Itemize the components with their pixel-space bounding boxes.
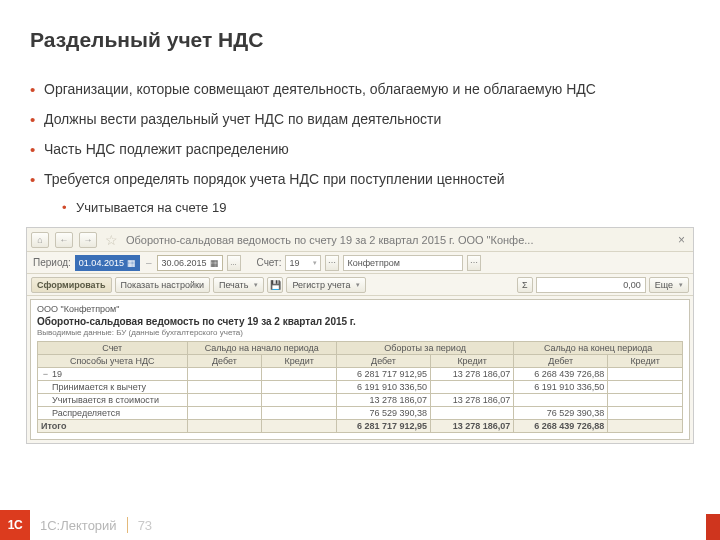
chevron-down-icon[interactable]: ▾ (679, 281, 683, 289)
bullet-item: Организации, которые совмещают деятельно… (30, 80, 690, 99)
cell (262, 381, 337, 394)
cell: 6 268 439 726,88 (514, 420, 608, 433)
cell: 6 268 439 726,88 (514, 368, 608, 381)
cell (262, 368, 337, 381)
org-lookup-button[interactable]: ⋯ (467, 255, 481, 271)
bullet-item: Часть НДС подлежит распределению (30, 140, 690, 159)
more-button[interactable]: Еще▾ (649, 277, 689, 293)
bullet-list: Организации, которые совмещают деятельно… (30, 80, 690, 216)
period-picker-button[interactable]: ... (227, 255, 241, 271)
th-account: Счет (38, 342, 188, 355)
cell: 6 281 717 912,95 (337, 368, 431, 381)
table-total-row: Итого 6 281 717 912,95 13 278 186,07 6 2… (38, 420, 683, 433)
cell: 6 281 717 912,95 (337, 420, 431, 433)
nav-fwd-icon[interactable]: → (79, 232, 97, 248)
table-row: −19 6 281 717 912,95 13 278 186,07 6 268… (38, 368, 683, 381)
bullet-item: Должны вести раздельный учет НДС по вида… (30, 110, 690, 129)
bullet-item: Требуется определять порядок учета НДС п… (30, 170, 690, 216)
th-debit: Дебет (187, 355, 262, 368)
command-toolbar: Сформировать Показать настройки Печать▾ … (27, 274, 693, 296)
cell: 6 191 910 336,50 (514, 381, 608, 394)
th-credit: Кредит (608, 355, 683, 368)
chevron-down-icon[interactable]: ▾ (313, 259, 317, 267)
cell: 76 529 390,38 (337, 407, 431, 420)
cell-label: Распределяется (38, 407, 188, 420)
balance-table: Счет Сальдо на начало периода Обороты за… (37, 341, 683, 433)
cell-label: Принимается к вычету (38, 381, 188, 394)
show-settings-button[interactable]: Показать настройки (115, 277, 210, 293)
cell (262, 407, 337, 420)
cell-label: 19 (52, 369, 62, 379)
date-from-value: 01.04.2015 (79, 258, 124, 268)
cell (262, 420, 337, 433)
period-toolbar: Период: 01.04.2015 ▦ – 30.06.2015 ▦ ... … (27, 252, 693, 274)
logo-1c: 1С (0, 510, 30, 540)
register-label: Регистр учета (292, 280, 350, 290)
cell: 6 191 910 336,50 (337, 381, 431, 394)
th-debit: Дебет (514, 355, 608, 368)
th-credit: Кредит (262, 355, 337, 368)
cell (187, 407, 262, 420)
close-icon[interactable]: × (674, 233, 689, 247)
cell (608, 381, 683, 394)
calendar-icon[interactable]: ▦ (127, 258, 136, 268)
org-value: Конфетпром (347, 258, 400, 268)
print-button[interactable]: Печать▾ (213, 277, 264, 293)
cell-label: Итого (38, 420, 188, 433)
cell (430, 407, 513, 420)
brand-text: 1С:Лекторий (40, 518, 117, 533)
report-org: ООО "Конфетпром" (37, 304, 683, 314)
sigma-icon[interactable]: Σ (517, 277, 533, 293)
form-button[interactable]: Сформировать (31, 277, 112, 293)
cell (262, 394, 337, 407)
table-row: Распределяется 76 529 390,38 76 529 390,… (38, 407, 683, 420)
th-credit: Кредит (430, 355, 513, 368)
chevron-down-icon[interactable]: ▾ (356, 281, 360, 289)
cell: 13 278 186,07 (337, 394, 431, 407)
favorite-star-icon[interactable]: ☆ (103, 232, 120, 248)
account-label: Счет: (257, 257, 282, 268)
bullet-text: Требуется определять порядок учета НДС п… (44, 171, 505, 187)
cell (608, 368, 683, 381)
cell (430, 381, 513, 394)
cell (187, 394, 262, 407)
nav-home-icon[interactable]: ⌂ (31, 232, 49, 248)
cell (187, 368, 262, 381)
period-label: Период: (33, 257, 71, 268)
register-button[interactable]: Регистр учета▾ (286, 277, 366, 293)
tree-collapse-icon[interactable]: − (41, 369, 50, 379)
sum-output: 0,00 (536, 277, 646, 293)
cell: 76 529 390,38 (514, 407, 608, 420)
cell (514, 394, 608, 407)
th-turnover: Обороты за период (337, 342, 514, 355)
org-input[interactable]: Конфетпром (343, 255, 463, 271)
embedded-app-window: ⌂ ← → ☆ Оборотно-сальдовая ведомость по … (26, 227, 694, 444)
sub-bullet-item: Учитывается на счете 19 (62, 199, 690, 217)
cell: 13 278 186,07 (430, 420, 513, 433)
account-input[interactable]: 19 ▾ (285, 255, 321, 271)
cell: 13 278 186,07 (430, 368, 513, 381)
cell (608, 420, 683, 433)
save-icon[interactable]: 💾 (267, 277, 283, 293)
date-to-input[interactable]: 30.06.2015 ▦ (157, 255, 222, 271)
window-title: Оборотно-сальдовая ведомость по счету 19… (126, 234, 533, 246)
cell: 13 278 186,07 (430, 394, 513, 407)
date-from-input[interactable]: 01.04.2015 ▦ (75, 255, 140, 271)
slide-title: Раздельный учет НДС (30, 28, 690, 52)
th-end: Сальдо на конец периода (514, 342, 683, 355)
cell (187, 381, 262, 394)
date-to-value: 30.06.2015 (161, 258, 206, 268)
report-body: ООО "Конфетпром" Оборотно-сальдовая ведо… (30, 299, 690, 440)
nav-back-icon[interactable]: ← (55, 232, 73, 248)
calendar-icon[interactable]: ▦ (210, 258, 219, 268)
cell (608, 394, 683, 407)
cell-label: Учитывается в стоимости (38, 394, 188, 407)
report-title: Оборотно-сальдовая ведомость по счету 19… (37, 316, 683, 327)
cell (608, 407, 683, 420)
table-row: Учитывается в стоимости 13 278 186,07 13… (38, 394, 683, 407)
th-method: Способы учета НДС (38, 355, 188, 368)
chevron-down-icon[interactable]: ▾ (254, 281, 258, 289)
window-titlebar: ⌂ ← → ☆ Оборотно-сальдовая ведомость по … (27, 228, 693, 252)
account-lookup-button[interactable]: ⋯ (325, 255, 339, 271)
cell (187, 420, 262, 433)
